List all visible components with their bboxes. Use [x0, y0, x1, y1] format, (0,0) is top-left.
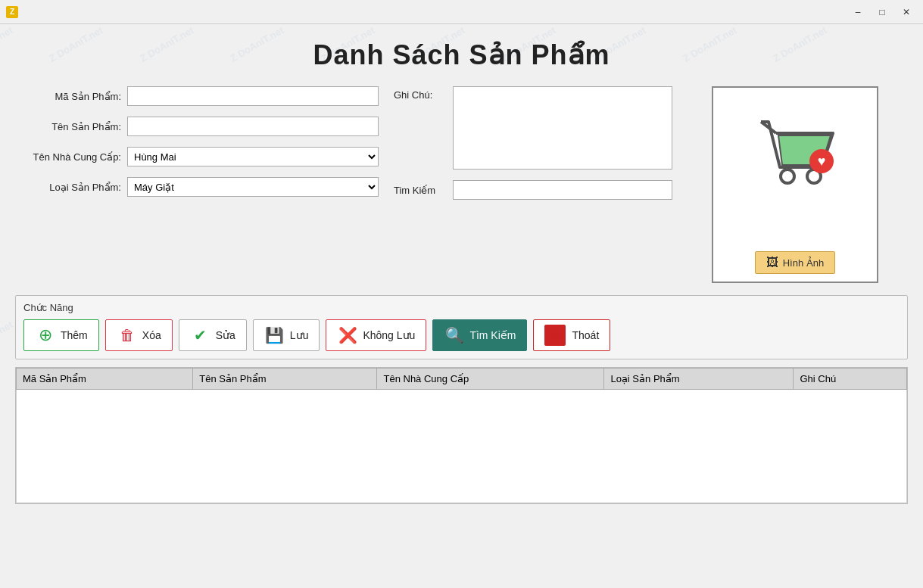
loai-san-pham-row: Loại Sản Phẩm: Máy Giặt Tủ Lạnh Điều Hòa…: [15, 177, 379, 197]
tim-kiem-form-label: Tim Kiếm: [394, 185, 447, 196]
image-icon: 🖼: [766, 256, 778, 269]
ten-nha-cung-cap-select[interactable]: Hùng Mai Nhà cung cấp 2 Nhà cung cấp 3: [127, 147, 379, 166]
luu-icon: 💾: [264, 325, 285, 346]
ten-san-pham-row: Tên Sản Phẩm:: [15, 117, 379, 136]
tim-kiem-btn-label: Tìm Kiếm: [469, 329, 516, 341]
sua-icon: ✔: [190, 325, 211, 346]
loai-san-pham-select[interactable]: Máy Giặt Tủ Lạnh Điều Hòa TV: [127, 177, 379, 197]
form-left: Mã Sản Phẩm: Tên Sản Phẩm: Tên Nhà Cung …: [15, 86, 379, 283]
them-label: Thêm: [61, 329, 88, 341]
image-display: ♥: [742, 95, 848, 216]
thoat-button[interactable]: Exit Thoát: [533, 319, 610, 351]
ghi-chu-textarea[interactable]: [453, 86, 672, 170]
luu-button[interactable]: 💾 Lưu: [253, 319, 320, 351]
maximize-button[interactable]: □: [872, 4, 893, 20]
ghi-chu-row: Ghi Chú:: [394, 86, 697, 170]
hinh-anh-button[interactable]: 🖼 Hình Ảnh: [755, 251, 836, 274]
tim-kiem-icon: 🔍: [444, 325, 465, 346]
khong-luu-icon: ❌: [337, 325, 358, 346]
image-panel: ♥ 🖼 Hình Ảnh: [712, 86, 878, 283]
table-header-row: Mã Sản Phẩm Tên Sản Phẩm Tên Nhà Cung Cấ…: [17, 369, 907, 390]
tim-kiem-row: Tim Kiếm: [394, 180, 697, 200]
col-ten-san-pham: Tên Sản Phẩm: [193, 369, 377, 390]
col-ma-san-pham: Mã Sản Phẩm: [17, 369, 193, 390]
them-button[interactable]: ⊕ Thêm: [23, 319, 99, 351]
ma-san-pham-input[interactable]: [127, 86, 379, 106]
xoa-label: Xóa: [142, 329, 161, 341]
ghi-chu-label: Ghi Chú:: [394, 86, 447, 101]
page-title: Danh Sách Sản Phẩm: [15, 24, 908, 86]
table-empty-row: [17, 390, 907, 503]
main-content: Danh Sách Sản Phẩm Mã Sản Phẩm: Tên Sản …: [0, 24, 923, 512]
cart-icon: ♥: [750, 114, 840, 198]
tim-kiem-input[interactable]: [453, 180, 672, 200]
luu-label: Lưu: [290, 329, 309, 341]
thoat-label: Thoát: [572, 329, 599, 341]
ma-san-pham-label: Mã Sản Phẩm:: [15, 91, 121, 102]
close-button[interactable]: ✕: [896, 4, 917, 20]
table-header: Mã Sản Phẩm Tên Sản Phẩm Tên Nhà Cung Cấ…: [17, 369, 907, 390]
col-loai-san-pham: Loại Sản Phẩm: [604, 369, 794, 390]
sua-label: Sửa: [216, 329, 235, 341]
loai-san-pham-label: Loại Sản Phẩm:: [15, 182, 121, 193]
svg-point-1: [781, 170, 794, 183]
tim-kiem-button[interactable]: 🔍 Tìm Kiếm: [432, 319, 527, 351]
them-icon: ⊕: [35, 325, 56, 346]
form-area: Mã Sản Phẩm: Tên Sản Phẩm: Tên Nhà Cung …: [15, 86, 908, 283]
ten-nha-cung-cap-row: Tên Nhà Cung Cấp: Hùng Mai Nhà cung cấp …: [15, 147, 379, 166]
ten-san-pham-input[interactable]: [127, 117, 379, 136]
thoat-icon: Exit: [544, 325, 566, 346]
app-icon: Z: [6, 6, 18, 18]
col-ten-nha-cung-cap: Tên Nhà Cung Cấp: [377, 369, 604, 390]
xoa-icon: 🗑: [117, 325, 138, 346]
khong-luu-label: Không Lưu: [363, 329, 415, 341]
chuc-nang-label: Chức Năng: [23, 302, 900, 313]
ten-san-pham-label: Tên Sản Phẩm:: [15, 121, 121, 132]
chuc-nang-section: Chức Năng ⊕ Thêm 🗑 Xóa ✔ Sửa 💾 Lưu: [15, 295, 908, 359]
table-empty-cell: [17, 390, 907, 503]
ten-nha-cung-cap-label: Tên Nhà Cung Cấp:: [15, 151, 121, 163]
data-table: Mã Sản Phẩm Tên Sản Phẩm Tên Nhà Cung Cấ…: [16, 368, 907, 503]
data-table-container: Mã Sản Phẩm Tên Sản Phẩm Tên Nhà Cung Cấ…: [15, 367, 908, 504]
button-row: ⊕ Thêm 🗑 Xóa ✔ Sửa 💾 Lưu ❌ Không Lưu: [23, 319, 900, 351]
sua-button[interactable]: ✔ Sửa: [179, 319, 247, 351]
hinh-anh-label: Hình Ảnh: [783, 257, 825, 269]
svg-text:♥: ♥: [818, 154, 826, 169]
titlebar: Z – □ ✕: [0, 0, 923, 24]
form-middle: Ghi Chú: Tim Kiếm: [394, 86, 697, 283]
window-controls: – □ ✕: [847, 4, 917, 20]
ma-san-pham-row: Mã Sản Phẩm:: [15, 86, 379, 106]
col-ghi-chu: Ghi Chú: [794, 369, 907, 390]
xoa-button[interactable]: 🗑 Xóa: [105, 319, 173, 351]
table-body: [17, 390, 907, 503]
minimize-button[interactable]: –: [847, 4, 868, 20]
khong-luu-button[interactable]: ❌ Không Lưu: [326, 319, 426, 351]
